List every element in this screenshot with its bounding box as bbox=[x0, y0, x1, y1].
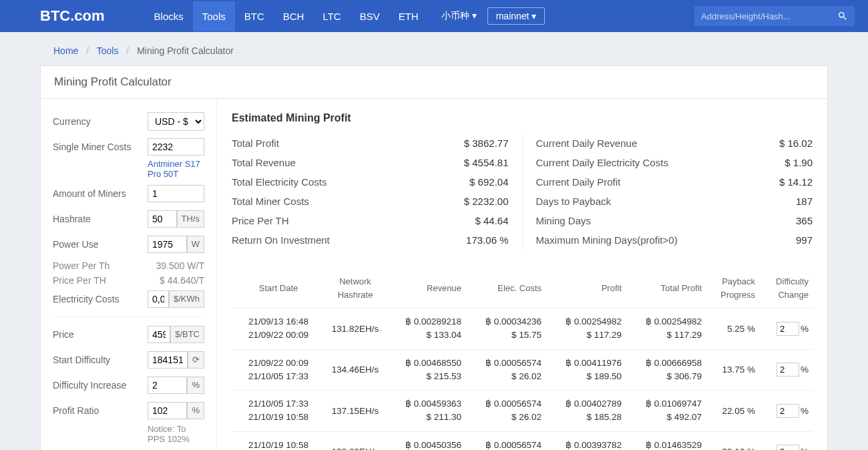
hashrate-input[interactable] bbox=[148, 210, 177, 228]
difficulty-change-input[interactable] bbox=[777, 363, 799, 377]
electricity-costs-input[interactable] bbox=[148, 290, 169, 308]
price-unit: $/BTC bbox=[170, 326, 204, 343]
cell-revenue: ฿ 0.00468550$ 215.53 bbox=[389, 357, 461, 384]
profit-table: Start Date NetworkHashrate Revenue Elec.… bbox=[232, 268, 813, 450]
refresh-icon[interactable]: ⟳ bbox=[188, 351, 204, 369]
cell-revenue: ฿ 0.00459363$ 211.30 bbox=[389, 397, 461, 425]
cell-hashrate: 134.46EH/s bbox=[325, 365, 385, 375]
breadcrumb-home[interactable]: Home bbox=[53, 45, 78, 56]
hashrate-unit: TH/s bbox=[177, 210, 204, 228]
summary-label: Mining Days bbox=[536, 215, 592, 226]
nav-small-coins[interactable]: 小币种▾ bbox=[441, 10, 477, 22]
cell-date-range: 21/10/19 10:5821/11/02 04:23 bbox=[236, 439, 321, 451]
nav-bsv[interactable]: BSV bbox=[351, 1, 389, 31]
summary-value: $ 16.02 bbox=[779, 138, 813, 149]
summary-label: Total Profit bbox=[232, 138, 279, 149]
price-label: Price bbox=[53, 329, 148, 340]
cell-revenue: ฿ 0.00450356$ 207.16 bbox=[389, 439, 461, 451]
summary-label: Price Per TH bbox=[232, 215, 289, 226]
power-use-label: Power Use bbox=[53, 239, 148, 250]
nav-blocks[interactable]: Blocks bbox=[145, 1, 193, 31]
results-panel: Estimated Mining Profit Total Profit$ 38… bbox=[217, 99, 827, 450]
summary-value: $ 692.04 bbox=[469, 176, 508, 188]
caret-down-icon: ▾ bbox=[531, 11, 536, 21]
nav-tools[interactable]: Tools bbox=[193, 1, 235, 31]
cell-payback: 13.75 % bbox=[706, 365, 759, 375]
difficulty-increase-unit: % bbox=[187, 377, 204, 394]
summary-value: $ 4554.81 bbox=[464, 157, 509, 168]
cell-elec-costs: ฿ 0.00056574$ 26.02 bbox=[469, 397, 541, 425]
amount-miners-input[interactable] bbox=[148, 185, 204, 202]
logo[interactable]: BTC.com bbox=[40, 7, 105, 25]
single-miner-costs-input[interactable] bbox=[148, 138, 204, 156]
cell-profit: ฿ 0.00254982$ 117.29 bbox=[550, 315, 622, 343]
difficulty-change-input[interactable] bbox=[777, 404, 799, 418]
profit-ratio-label: Profit Ratio bbox=[53, 405, 148, 416]
summary-value: $ 1.90 bbox=[785, 157, 813, 168]
difficulty-change-input[interactable] bbox=[777, 445, 799, 450]
summary-value: 173.06 % bbox=[466, 234, 508, 246]
th-total-profit: Total Profit bbox=[626, 283, 706, 293]
summary-value: $ 44.64 bbox=[475, 215, 508, 226]
profit-ratio-input[interactable] bbox=[148, 402, 187, 419]
cell-hashrate: 131.82EH/s bbox=[325, 324, 385, 334]
summary-value: 365 bbox=[796, 215, 813, 226]
amount-miners-label: Amount of Miners bbox=[53, 188, 148, 199]
caret-down-icon: ▾ bbox=[472, 10, 477, 21]
difficulty-change-input[interactable] bbox=[777, 322, 799, 336]
search-input[interactable] bbox=[701, 11, 837, 21]
th-revenue: Revenue bbox=[385, 283, 465, 293]
summary-label: Total Electricity Costs bbox=[232, 176, 327, 188]
power-unit: W bbox=[187, 236, 204, 253]
pct-suffix: % bbox=[801, 324, 809, 334]
breadcrumb-tools[interactable]: Tools bbox=[97, 45, 119, 56]
cell-hashrate: 137.15EH/s bbox=[325, 406, 385, 416]
cell-hashrate: 139.89EH/s bbox=[325, 447, 385, 450]
profit-ratio-unit: % bbox=[187, 402, 204, 419]
cell-total-profit: ฿ 0.00666958$ 306.79 bbox=[630, 357, 702, 384]
electricity-unit: $/KWh bbox=[169, 290, 204, 308]
pct-suffix: % bbox=[801, 365, 809, 375]
power-per-th-label: Power Per Th bbox=[53, 260, 110, 271]
price-input[interactable] bbox=[148, 326, 170, 343]
nav-bch[interactable]: BCH bbox=[274, 1, 314, 31]
difficulty-increase-label: Difficulty Increase bbox=[53, 380, 148, 391]
currency-label: Currency bbox=[53, 116, 148, 127]
cell-profit: ฿ 0.00402789$ 185.28 bbox=[550, 397, 622, 425]
nav-eth[interactable]: ETH bbox=[389, 1, 428, 31]
price-per-th-value: $ 44.640/T bbox=[160, 275, 204, 286]
nav-btc[interactable]: BTC bbox=[235, 1, 274, 31]
summary-label: Return On Investment bbox=[232, 234, 330, 246]
cell-payback: 30.16 % bbox=[706, 447, 759, 450]
single-miner-costs-label: Single Miner Costs bbox=[53, 142, 148, 152]
th-start-date: Start Date bbox=[232, 283, 325, 293]
table-row: 21/09/22 00:0921/10/05 17:33134.46EH/s฿ … bbox=[232, 350, 813, 391]
difficulty-increase-input[interactable] bbox=[148, 377, 187, 394]
cell-payback: 5.25 % bbox=[706, 324, 759, 334]
search-icon[interactable] bbox=[837, 11, 848, 21]
cell-date-range: 21/10/05 17:3321/10/19 10:58 bbox=[236, 397, 321, 425]
summary-label: Total Miner Costs bbox=[232, 196, 309, 207]
summary-label: Maximum Mining Days(profit>0) bbox=[536, 234, 678, 246]
power-use-input[interactable] bbox=[148, 236, 187, 253]
table-row: 21/10/19 10:5821/11/02 04:23139.89EH/s฿ … bbox=[232, 432, 813, 451]
nav-ltc[interactable]: LTC bbox=[313, 1, 350, 31]
cell-elec-costs: ฿ 0.00056574$ 26.02 bbox=[469, 357, 541, 384]
summary-left: Total Profit$ 3862.77Total Revenue$ 4554… bbox=[232, 134, 523, 250]
summary-value: $ 3862.77 bbox=[464, 138, 509, 149]
hashrate-label: Hashrate bbox=[53, 214, 148, 224]
start-difficulty-input[interactable] bbox=[148, 351, 188, 369]
breadcrumb: Home / Tools / Mining Profit Calculator bbox=[40, 32, 828, 65]
th-payback: PaybackProgress bbox=[706, 275, 759, 301]
cell-total-profit: ฿ 0.00254982$ 117.29 bbox=[630, 315, 702, 343]
network-selector[interactable]: mainnet ▾ bbox=[487, 7, 546, 25]
breadcrumb-current: Mining Profit Calculator bbox=[137, 45, 234, 56]
currency-select[interactable]: USD - $ bbox=[148, 112, 204, 131]
summary-right: Current Daily Revenue$ 16.02Current Dail… bbox=[523, 134, 813, 250]
miner-model-link[interactable]: Antminer S17 Pro 50T bbox=[148, 159, 204, 179]
summary-value: $ 2232.00 bbox=[464, 196, 509, 207]
summary-label: Current Daily Revenue bbox=[536, 138, 638, 149]
cell-date-range: 21/09/13 16:4821/09/22 00:09 bbox=[236, 315, 321, 343]
cell-elec-costs: ฿ 0.00034236$ 15.75 bbox=[469, 315, 541, 343]
search-box[interactable] bbox=[694, 6, 855, 26]
